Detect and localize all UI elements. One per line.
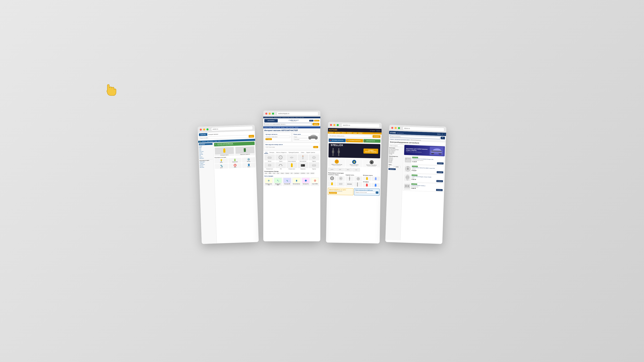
part-item-6[interactable]: Топливный насос bbox=[264, 162, 275, 169]
autocompas-brand-luk[interactable]: SACHS bbox=[310, 172, 314, 174]
auto3n-seasonal-extra[interactable] bbox=[336, 181, 345, 187]
part-item-7[interactable]: ГРМ bbox=[276, 162, 286, 169]
store-product-3-add-btn[interactable]: В корзину bbox=[436, 180, 443, 182]
autocompas-subnav-opl[interactable]: Оплата bbox=[295, 127, 298, 128]
auto3n-nav-service[interactable]: СЕРВИС bbox=[358, 133, 362, 134]
auto3n-nav-payment[interactable]: ОПЛАТА bbox=[342, 132, 346, 133]
store-price-max[interactable] bbox=[395, 166, 400, 168]
maximize-btn-store[interactable] bbox=[398, 127, 400, 129]
autocompas-hit-1[interactable]: ⚙️ Натяжитель рем. ГРМ bbox=[264, 177, 273, 186]
part-item-2[interactable]: Тормоза bbox=[276, 155, 286, 162]
store-product-1-add-btn[interactable]: В корзину bbox=[437, 162, 444, 164]
autocompas-hit-4[interactable]: 🛢️ Масляный фильтр bbox=[292, 177, 301, 186]
autocompas-vin-input[interactable] bbox=[266, 146, 313, 148]
part-item-5[interactable]: Подвеска bbox=[309, 155, 319, 162]
autocompas-nav-vins[interactable]: Каталог по VIN bbox=[282, 117, 290, 118]
auto3n-antifreeze-2[interactable] bbox=[372, 183, 380, 187]
autocompas-brand-bmw[interactable]: BMW bbox=[268, 172, 272, 174]
autocompas-nav-filters[interactable]: Фильтры bbox=[290, 117, 294, 118]
store-product-2-add-btn[interactable]: В корзину bbox=[436, 171, 443, 173]
auto3n-nav-catalog[interactable]: КАТАЛОГ bbox=[329, 132, 334, 133]
autocompas-subnav-delivery[interactable]: Доставка bbox=[290, 127, 294, 128]
auto3n-login-btn[interactable]: 👤 Войти bbox=[376, 130, 381, 131]
auto3n-nav-promo[interactable]: АКЦИИ bbox=[353, 133, 357, 134]
store-price-min[interactable] bbox=[388, 166, 394, 168]
auto3n-seasonal-tires[interactable] bbox=[328, 176, 336, 181]
auto3n-cat-moto[interactable]: 🏍️ МОТОЗАПЧАСТИ bbox=[364, 139, 380, 143]
url-bar-autocompas[interactable]: autocompas.ru bbox=[277, 112, 318, 115]
minimize-btn-exist[interactable] bbox=[203, 128, 205, 130]
exist-cat-10[interactable]: Mitsubishi bbox=[200, 157, 213, 159]
autocompas-tab-belt[interactable]: Приводной ремень bbox=[288, 151, 300, 154]
exist-nav-all[interactable]: Все bbox=[199, 141, 201, 142]
autocompas-subnav-car[interactable]: Каталог по VIN bbox=[273, 127, 280, 128]
auto3n-susp-spring[interactable] bbox=[354, 182, 362, 187]
exist-promo-banner[interactable]: 🔧 КАТАЛОГ ИНСТРУМЕНТОВ Поиск, сравнение … bbox=[214, 141, 255, 146]
autocompas-hit-6[interactable]: ⭕ Хомут ГОФРЫ bbox=[310, 177, 319, 186]
auto3n-engine-syn[interactable] bbox=[363, 176, 371, 181]
autocompas-brand-gaz[interactable]: GAZ bbox=[276, 172, 280, 174]
minimize-btn-store[interactable] bbox=[394, 127, 397, 129]
store-search-btn[interactable]: 🔍 bbox=[441, 137, 445, 139]
autocompas-article-input[interactable] bbox=[266, 136, 290, 138]
store-login-btn[interactable]: Войти bbox=[437, 133, 440, 135]
auto3n-antifreeze-1[interactable] bbox=[363, 183, 371, 187]
autocompas-brand-hyundai[interactable]: Hyundai bbox=[285, 172, 290, 174]
autocompas-subnav-aktsii[interactable]: Акции bbox=[286, 127, 288, 128]
autocompas-cart-btn[interactable]: Корзина bbox=[314, 120, 319, 121]
exist-cat-item-4[interactable]: 🔩 Диски bbox=[215, 164, 228, 169]
part-item-4[interactable]: Свечи зажигания bbox=[298, 155, 308, 162]
autocompas-brand-castrol[interactable]: LUK bbox=[306, 172, 310, 174]
exist-cat-item-6[interactable]: 🛢️ Масла bbox=[242, 163, 256, 168]
auto3n-promo-areol[interactable]: AREOL bbox=[344, 168, 352, 171]
store-product-4-add-btn[interactable]: В корзину bbox=[436, 189, 443, 191]
autocompas-login-btn[interactable]: Войти bbox=[309, 120, 314, 121]
autocompas-brand-brembo[interactable]: CASTROL bbox=[300, 172, 306, 174]
autocompas-nav-makes[interactable]: Каталог по авто bbox=[274, 117, 282, 118]
auto3n-cart-btn[interactable]: 🛒 Корзина bbox=[370, 130, 375, 131]
auto3n-engine-semi[interactable] bbox=[372, 176, 380, 181]
part-item-3[interactable]: Рулевое управление bbox=[286, 155, 297, 162]
exist-nav-news[interactable]: Новости bbox=[202, 141, 206, 142]
autocompas-tab-brakes[interactable]: Задние тормоза bbox=[306, 151, 316, 154]
auto3n-nav-return[interactable]: ВОЗВРАТ bbox=[347, 132, 352, 133]
autocompas-vin-btn[interactable]: Найти bbox=[313, 146, 318, 148]
close-btn-auto3n[interactable] bbox=[330, 124, 332, 126]
exist-product-oil[interactable]: Моторные масла bbox=[214, 146, 234, 157]
exist-search-button[interactable]: Найти bbox=[249, 135, 254, 138]
autocompas-brand-landrover[interactable]: Land Rover bbox=[294, 172, 300, 174]
autocompas-subnav-catalog[interactable]: Каталог товаров bbox=[264, 127, 272, 128]
close-btn-autocompas[interactable] bbox=[265, 113, 267, 115]
part-item-10[interactable]: Радиатор bbox=[309, 162, 319, 169]
exist-nav-press[interactable]: Пресс-релизы bbox=[207, 141, 214, 142]
exist-catalog-btn[interactable]: КАТАЛОГ bbox=[199, 143, 212, 145]
exist-product-brake[interactable]: Тормозные жидкости bbox=[234, 146, 255, 156]
auto3n-promo-lynx[interactable]: LYNX bbox=[352, 168, 360, 172]
autocompas-brand-audi[interactable]: Audi bbox=[264, 172, 268, 174]
exist-nav-promo[interactable]: Акции bbox=[214, 141, 217, 142]
auto3n-susp-shock[interactable] bbox=[346, 176, 354, 181]
autocompas-brand-kia[interactable]: KIA bbox=[290, 172, 293, 174]
exist-cat-item-3[interactable]: ⚙️ Фильтры bbox=[242, 157, 256, 163]
autocompas-hit-5[interactable]: 🔵 Прокладка Тор bbox=[301, 177, 310, 186]
autocompas-hit-3[interactable]: 🔩 Прокладка ДВС bbox=[283, 177, 292, 186]
autocompas-brand-input[interactable] bbox=[294, 136, 309, 138]
minimize-btn-auto3n[interactable] bbox=[334, 124, 336, 126]
close-btn-exist[interactable] bbox=[200, 129, 202, 131]
auto3n-seasonal-discs[interactable] bbox=[336, 176, 345, 181]
auto3n-vin-search-btn[interactable]: 🔍 bbox=[376, 191, 378, 194]
autocompas-hit-2[interactable]: 🔧 Маховик двиг. BMW bbox=[274, 177, 282, 186]
url-bar-store[interactable]: store.ru bbox=[403, 126, 444, 132]
part-item-9[interactable]: Аккумулятор bbox=[298, 162, 308, 169]
part-item-8[interactable]: Моторное масло bbox=[286, 162, 297, 169]
maximize-btn-autocompas[interactable] bbox=[272, 113, 274, 115]
store-favorites-btn[interactable]: ♡ bbox=[444, 134, 445, 135]
auto3n-promo-gazelle[interactable]: gazelle bbox=[328, 168, 336, 171]
autocompas-tab-filters[interactable]: Фильтры bbox=[269, 151, 275, 154]
auto3n-susp-hub[interactable] bbox=[354, 176, 362, 181]
auto3n-seasonal-oil[interactable] bbox=[328, 181, 336, 186]
autocompas-search-input[interactable] bbox=[264, 123, 312, 125]
close-btn-store[interactable] bbox=[391, 127, 393, 129]
url-bar-exist[interactable]: exist.ru bbox=[211, 126, 253, 131]
auto3n-nav-delivery[interactable]: ДОСТАВКА bbox=[335, 132, 340, 133]
